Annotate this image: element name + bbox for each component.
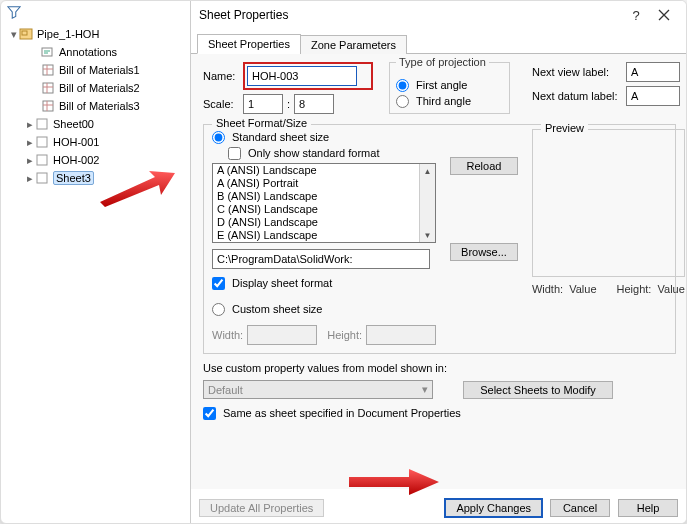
scroll-up-icon[interactable]: ▲ bbox=[420, 164, 435, 178]
drawing-icon bbox=[19, 27, 33, 41]
preview-area: Preview bbox=[532, 129, 685, 277]
bom-icon bbox=[41, 81, 55, 95]
list-item[interactable]: C (ANSI) Landscape bbox=[213, 203, 435, 216]
sheet-properties-dialog: Sheet Properties ? Sheet Properties Zone… bbox=[191, 1, 686, 523]
third-angle-radio[interactable] bbox=[396, 95, 409, 108]
tree-root-label: Pipe_1-HOH bbox=[37, 28, 99, 40]
tree-root[interactable]: ▾ Pipe_1-HOH bbox=[7, 25, 190, 43]
help-button[interactable]: Help bbox=[618, 499, 678, 517]
preview-width-label: Width: bbox=[532, 283, 563, 295]
tree-item-sheet3[interactable]: ▸ Sheet3 bbox=[7, 169, 190, 187]
scroll-down-icon[interactable]: ▼ bbox=[420, 228, 435, 242]
scale-denominator-input[interactable] bbox=[294, 94, 334, 114]
custom-size-label: Custom sheet size bbox=[232, 303, 322, 315]
tree-item-sheet00[interactable]: ▸ Sheet00 bbox=[7, 115, 190, 133]
custom-height-label: Height: bbox=[327, 329, 362, 341]
only-standard-checkbox[interactable] bbox=[228, 147, 241, 160]
list-item[interactable]: D (ANSI) Landscape bbox=[213, 216, 435, 229]
list-item[interactable]: A (ANSI) Portrait bbox=[213, 177, 435, 190]
svg-rect-2 bbox=[42, 48, 52, 56]
tree-item-annotations[interactable]: Annotations bbox=[7, 43, 190, 61]
tree-item-bom1[interactable]: Bill of Materials1 bbox=[7, 61, 190, 79]
svg-rect-3 bbox=[43, 65, 53, 75]
list-item[interactable]: A (ANSI) Landscape bbox=[213, 164, 435, 177]
format-listbox[interactable]: A (ANSI) Landscape A (ANSI) Portrait B (… bbox=[212, 163, 436, 243]
first-angle-radio[interactable] bbox=[396, 79, 409, 92]
list-item[interactable]: E (ANSI) Landscape bbox=[213, 229, 435, 242]
name-input[interactable] bbox=[247, 66, 357, 86]
tree-item-bom2[interactable]: Bill of Materials2 bbox=[7, 79, 190, 97]
display-format-label: Display sheet format bbox=[232, 277, 332, 289]
tree-item-label: Bill of Materials1 bbox=[59, 64, 140, 76]
bom-icon bbox=[41, 63, 55, 77]
preview-title: Preview bbox=[541, 122, 588, 134]
apply-changes-button[interactable]: Apply Changes bbox=[445, 499, 542, 517]
filter-icon[interactable] bbox=[7, 5, 21, 19]
annotations-icon bbox=[41, 45, 55, 59]
tree-item-hoh001[interactable]: ▸ HOH-001 bbox=[7, 133, 190, 151]
scale-numerator-input[interactable] bbox=[243, 94, 283, 114]
close-icon bbox=[658, 9, 670, 21]
twisty-icon[interactable]: ▸ bbox=[25, 154, 35, 167]
standard-size-label: Standard sheet size bbox=[232, 131, 329, 143]
feature-tree-panel: ▾ Pipe_1-HOH Annotations Bill of Materia… bbox=[1, 1, 191, 523]
twisty-icon[interactable]: ▸ bbox=[25, 118, 35, 131]
svg-rect-6 bbox=[37, 119, 47, 129]
tab-sheet-properties[interactable]: Sheet Properties bbox=[197, 34, 301, 54]
preview-height-value: Value bbox=[658, 283, 685, 295]
format-path-input[interactable] bbox=[212, 249, 430, 269]
tree-item-hoh002[interactable]: ▸ HOH-002 bbox=[7, 151, 190, 169]
custom-prop-value: Default bbox=[208, 384, 243, 396]
custom-prop-dropdown: Default ▾ bbox=[203, 380, 433, 399]
help-button[interactable]: ? bbox=[622, 4, 650, 26]
custom-prop-label: Use custom property values from model sh… bbox=[203, 362, 676, 374]
tree-item-label: Sheet3 bbox=[53, 171, 94, 185]
standard-size-radio[interactable] bbox=[212, 131, 225, 144]
scrollbar[interactable]: ▲ ▼ bbox=[419, 164, 435, 242]
projection-group-title: Type of projection bbox=[396, 56, 489, 68]
sheet-icon bbox=[35, 135, 49, 149]
custom-width-input bbox=[247, 325, 317, 345]
svg-rect-8 bbox=[37, 155, 47, 165]
svg-rect-4 bbox=[43, 83, 53, 93]
name-label: Name: bbox=[203, 70, 243, 82]
sheet-icon bbox=[35, 153, 49, 167]
scale-separator: : bbox=[287, 98, 290, 110]
same-as-label: Same as sheet specified in Document Prop… bbox=[223, 407, 461, 419]
browse-button[interactable]: Browse... bbox=[450, 243, 518, 261]
tree-item-bom3[interactable]: Bill of Materials3 bbox=[7, 97, 190, 115]
sheet-icon bbox=[35, 171, 49, 185]
next-datum-input[interactable] bbox=[626, 86, 680, 106]
sheet-format-group: Sheet Format/Size Standard sheet size On… bbox=[203, 124, 676, 354]
twisty-icon[interactable]: ▸ bbox=[25, 172, 35, 185]
next-view-input[interactable] bbox=[626, 62, 680, 82]
custom-size-radio[interactable] bbox=[212, 303, 225, 316]
custom-height-input bbox=[366, 325, 436, 345]
cancel-button[interactable]: Cancel bbox=[550, 499, 610, 517]
display-format-checkbox[interactable] bbox=[212, 277, 225, 290]
dialog-title: Sheet Properties bbox=[199, 8, 622, 22]
list-item[interactable]: A0 (ANSI) Landscape bbox=[213, 242, 435, 243]
same-as-checkbox[interactable] bbox=[203, 407, 216, 420]
sheet-icon bbox=[35, 117, 49, 131]
close-button[interactable] bbox=[650, 4, 678, 26]
tree-item-label: Annotations bbox=[59, 46, 117, 58]
list-item[interactable]: B (ANSI) Landscape bbox=[213, 190, 435, 203]
svg-rect-5 bbox=[43, 101, 53, 111]
reload-button[interactable]: Reload bbox=[450, 157, 518, 175]
tree-item-label: Sheet00 bbox=[53, 118, 94, 130]
projection-group: Type of projection First angle Third ang… bbox=[389, 62, 510, 114]
select-sheets-button[interactable]: Select Sheets to Modify bbox=[463, 381, 613, 399]
tree-item-label: HOH-002 bbox=[53, 154, 99, 166]
twisty-icon[interactable]: ▸ bbox=[25, 136, 35, 149]
twisty-icon[interactable]: ▾ bbox=[9, 28, 19, 41]
update-all-button: Update All Properties bbox=[199, 499, 324, 517]
preview-height-label: Height: bbox=[617, 283, 652, 295]
tree-item-label: Bill of Materials3 bbox=[59, 100, 140, 112]
bom-icon bbox=[41, 99, 55, 113]
tree-item-label: Bill of Materials2 bbox=[59, 82, 140, 94]
tab-zone-parameters[interactable]: Zone Parameters bbox=[300, 35, 407, 54]
tree-item-label: HOH-001 bbox=[53, 136, 99, 148]
preview-width-value: Value bbox=[569, 283, 596, 295]
only-standard-label: Only show standard format bbox=[248, 147, 379, 159]
